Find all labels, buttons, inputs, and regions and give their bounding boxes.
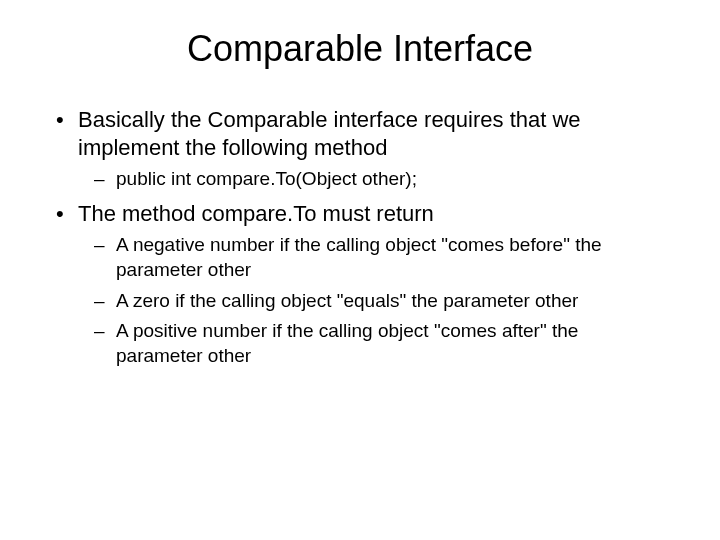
sub-bullet-text: A zero if the calling object "equals" th… xyxy=(116,290,578,311)
list-item: Basically the Comparable interface requi… xyxy=(50,106,670,192)
bullet-text: Basically the Comparable interface requi… xyxy=(78,107,581,160)
list-item: A zero if the calling object "equals" th… xyxy=(78,289,670,314)
bullet-list: Basically the Comparable interface requi… xyxy=(50,106,670,369)
sub-list: A negative number if the calling object … xyxy=(78,233,670,368)
list-item: A negative number if the calling object … xyxy=(78,233,670,282)
sub-bullet-text: public int compare.To(Object other); xyxy=(116,168,417,189)
sub-bullet-text: A positive number if the calling object … xyxy=(116,320,578,366)
sub-list: public int compare.To(Object other); xyxy=(78,167,670,192)
slide: Comparable Interface Basically the Compa… xyxy=(0,0,720,540)
slide-title: Comparable Interface xyxy=(50,28,670,70)
list-item: A positive number if the calling object … xyxy=(78,319,670,368)
bullet-text: The method compare.To must return xyxy=(78,201,434,226)
list-item: The method compare.To must return A nega… xyxy=(50,200,670,369)
sub-bullet-text: A negative number if the calling object … xyxy=(116,234,602,280)
list-item: public int compare.To(Object other); xyxy=(78,167,670,192)
